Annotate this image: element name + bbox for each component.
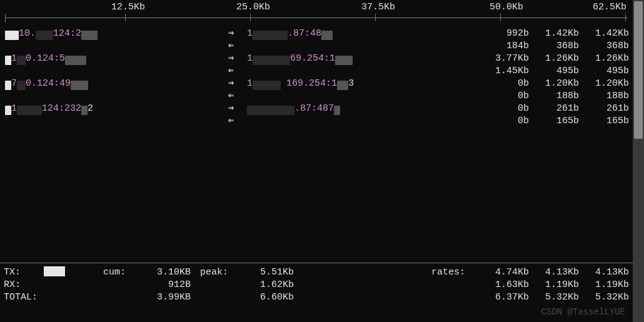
scale-tick-label: 12.5Kb: [111, 1, 145, 14]
source-host: ..10.xxxx124:2xxx: [5, 28, 98, 40]
rate-2s: 992b: [479, 28, 529, 40]
tx-label: TX:: [0, 266, 44, 279]
rate-40s: 1.42Kb: [579, 28, 629, 40]
rx-rate-2s: 1.63Kb: [479, 279, 529, 291]
connection-row: .1xxxxx124:232x2 ⇒ ⇐ xxxxxxxxx.87:487x 0…: [0, 103, 633, 128]
scrollbar[interactable]: [633, 0, 644, 322]
source-host: .1x0.124:5xxxx: [5, 53, 86, 65]
source-host: .1xxxxx124:232x2: [5, 103, 93, 115]
arrow-rx-icon: ⇐: [228, 40, 234, 53]
total-rate-2s: 6.37Kb: [479, 291, 529, 304]
tx-rate-2s: 4.74Kb: [479, 266, 529, 279]
connection-row: .1x0.124:5xxxx ⇒ ⇐ 1xxxxxxx69.254:1xxx 3…: [0, 53, 633, 78]
rate-10s: 1.42Kb: [529, 28, 579, 40]
peak-label: peak:: [200, 266, 228, 279]
rx-rate-40s: 1.19Kb: [579, 279, 629, 291]
total-rate-10s: 5.32Kb: [529, 291, 579, 304]
rate-40s: 368b: [579, 40, 629, 53]
tx-bar: [44, 266, 65, 276]
connection-list: ..10.xxxx124:2xxx ⇒ ⇐ 1xxxxxxx.87:48xx 9…: [0, 25, 633, 128]
tx-rate-40s: 4.13Kb: [579, 266, 629, 279]
rate-2s: 184b: [479, 40, 529, 53]
scale-tick-label: 62.5Kb: [593, 1, 626, 14]
arrow-rx-icon: ⇐: [228, 65, 234, 78]
dest-host: 1xxxxxxx69.254:1xxx: [247, 53, 353, 65]
watermark-text: CSDN @TasselLYUE: [541, 306, 625, 318]
total-cum: 3.99KB: [147, 291, 191, 304]
scrollbar-thumb[interactable]: [634, 1, 643, 139]
dest-host: xxxxxxxxx.87:487x: [247, 103, 340, 115]
scale-tick-label: 37.5Kb: [361, 1, 395, 14]
dest-host: 1xxxxx 169.254:1xx3: [247, 78, 354, 90]
rate-columns: 0b 1.20Kb 1.20Kb 0b 188b 188b: [479, 78, 629, 103]
connection-row: ..10.xxxx124:2xxx ⇒ ⇐ 1xxxxxxx.87:48xx 9…: [0, 28, 633, 53]
totals-panel: TX: cum: 3.10KB peak: 5.51Kb rates: 4.74…: [0, 266, 633, 304]
tx-cum: 3.10KB: [147, 266, 191, 279]
scale-tick-label: 25.0Kb: [236, 1, 270, 14]
rx-cum: 912B: [147, 279, 191, 291]
arrow-rx-icon: ⇐: [228, 90, 234, 103]
total-peak: 6.60Kb: [250, 291, 294, 304]
scale-tick-label: 50.0Kb: [490, 1, 523, 14]
total-rate-40s: 5.32Kb: [579, 291, 629, 304]
rates-label: rates:: [431, 266, 465, 279]
tx-rate-10s: 4.13Kb: [529, 266, 579, 279]
arrow-tx-icon: ⇒: [228, 103, 234, 115]
arrow-tx-icon: ⇒: [228, 53, 234, 65]
total-label: TOTAL:: [0, 291, 44, 304]
rx-label: RX:: [0, 279, 44, 291]
dest-host: 1xxxxxxx.87:48xx: [247, 28, 333, 40]
tx-peak: 5.51Kb: [250, 266, 294, 279]
arrow-rx-icon: ⇐: [228, 115, 234, 128]
rx-rate-10s: 1.19Kb: [529, 279, 579, 291]
divider-line: [0, 263, 633, 263]
iftop-view: 12.5Kb 25.0Kb 37.5Kb 50.0Kb 62.5Kb ..10.…: [0, 0, 633, 128]
rate-columns: 992b 1.42Kb 1.42Kb 184b 368b 368b: [479, 28, 629, 53]
rate-columns: 0b 261b 261b 0b 165b 165b: [479, 103, 629, 128]
arrow-tx-icon: ⇒: [228, 28, 234, 40]
rx-peak: 1.62Kb: [250, 279, 294, 291]
rate-columns: 3.77Kb 1.26Kb 1.26Kb 1.45Kb 495b 495b: [479, 53, 629, 78]
cum-label: cum:: [103, 266, 126, 279]
source-host: .7x0.124:49xxx: [5, 78, 88, 90]
arrow-tx-icon: ⇒: [228, 78, 234, 90]
rate-10s: 368b: [529, 40, 579, 53]
connection-row: .7x0.124:49xxx ⇒ ⇐ 1xxxxx 169.254:1xx3 0…: [0, 78, 633, 103]
bandwidth-scale: 12.5Kb 25.0Kb 37.5Kb 50.0Kb 62.5Kb: [0, 0, 633, 25]
